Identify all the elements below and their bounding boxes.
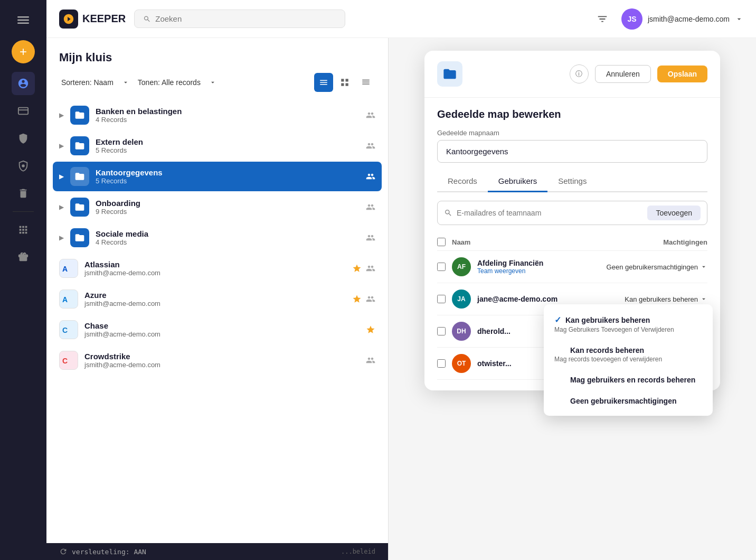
add-button[interactable]: + <box>12 40 35 63</box>
folder-icon <box>70 136 89 155</box>
dropdown-item[interactable]: Geen gebruikersmachtigingen <box>544 390 713 412</box>
svg-text:A: A <box>62 265 68 273</box>
folder-item[interactable]: ▶ Sociale media 4 Records <box>53 223 382 253</box>
dropdown-item-title: Mag gebruikers en records beheren <box>554 376 702 384</box>
record-info: Atlassian jsmith@acme-demo.com <box>84 260 346 277</box>
user-search-input[interactable] <box>457 209 643 217</box>
record-item[interactable]: C Chase jsmith@acme-demo.com <box>53 315 382 344</box>
user-email: jsmith@acme-demo.com <box>648 15 730 23</box>
record-name: Crowdstrike <box>84 352 360 361</box>
folder-item[interactable]: ▶ Onboarding 9 Records <box>53 192 382 222</box>
cancel-button[interactable]: Annuleren <box>595 65 651 83</box>
filter-button[interactable] <box>592 8 613 30</box>
view-compact-button[interactable] <box>356 73 375 92</box>
record-actions <box>352 294 375 304</box>
record-info: Chase jsmith@acme-demo.com <box>84 321 360 338</box>
sidebar-item-gift[interactable] <box>12 246 35 269</box>
sidebar-item-apps[interactable] <box>12 218 35 241</box>
sidebar-divider <box>13 211 34 212</box>
team-link[interactable]: Team weergeven <box>477 267 600 275</box>
record-item[interactable]: C Crowdstrike jsmith@acme-demo.com <box>53 346 382 375</box>
svg-rect-0 <box>17 16 29 18</box>
folder-icon <box>70 106 89 125</box>
permission-select[interactable]: Geen gebruikersmachtigingen <box>607 263 707 271</box>
chevron-down-icon <box>735 15 743 23</box>
permission-dropdown: ✓ Kan gebruikers beheren Mag Gebruikers … <box>544 304 713 416</box>
share-icon <box>366 202 375 212</box>
menu-button[interactable] <box>12 8 35 32</box>
dropdown-item-title: Geen gebruikersmachtigingen <box>554 397 702 405</box>
svg-text:C: C <box>62 357 68 365</box>
tab-records[interactable]: Records <box>437 171 488 192</box>
search-input[interactable] <box>155 14 336 23</box>
folder-item[interactable]: ▶ Extern delen 5 Records <box>53 131 382 161</box>
folder-name-input[interactable] <box>437 140 707 163</box>
content-area: Mijn kluis Sorteren: Naam Tonen: Alle re… <box>46 38 756 560</box>
table-row: AF Afdeling Financiën Team weergeven Gee… <box>437 251 707 283</box>
user-avatar: DH <box>452 322 471 341</box>
record-name: Atlassian <box>84 260 346 269</box>
sidebar-item-breachwatch[interactable] <box>12 99 35 123</box>
sidebar-item-shield[interactable] <box>12 127 35 150</box>
user-avatar: OT <box>452 354 471 373</box>
folder-item[interactable]: ▶ Banken en belastingen 4 Records <box>53 100 382 130</box>
view-list-button[interactable] <box>314 73 333 92</box>
view-grid-button[interactable] <box>335 73 354 92</box>
record-item[interactable]: A Atlassian jsmith@acme-demo.com <box>53 254 382 283</box>
status-text: versleuteling: AAN <box>72 548 146 556</box>
table-header: Naam Machtigingen <box>437 234 707 251</box>
record-actions <box>366 356 375 365</box>
user-checkbox[interactable] <box>437 295 446 303</box>
user-checkbox[interactable] <box>437 359 446 368</box>
select-all-checkbox[interactable] <box>437 238 446 246</box>
vault-controls: Sorteren: Naam Tonen: Alle records <box>59 73 375 92</box>
user-avatar: JS <box>621 8 642 30</box>
folder-name: Banken en belastingen <box>96 107 360 116</box>
expand-arrow-icon: ▶ <box>59 234 64 241</box>
dropdown-item[interactable]: Mag gebruikers en records beheren <box>544 369 713 390</box>
user-checkbox[interactable] <box>437 263 446 271</box>
policy-link[interactable]: ...beleid <box>341 548 375 555</box>
users-icon <box>366 264 375 273</box>
folder-list: ▶ Banken en belastingen 4 Records ▶ <box>46 100 388 543</box>
permission-select[interactable]: Kan gebruikers beheren <box>625 295 707 303</box>
logo-text: KEEPER <box>82 13 126 25</box>
folder-item-active[interactable]: ▶ Kantoorgegevens 5 Records <box>53 162 382 191</box>
folder-count: 9 Records <box>96 208 360 216</box>
record-item[interactable]: A Azure jsmith@acme-demo.com <box>53 284 382 314</box>
sidebar-item-trash[interactable] <box>12 182 35 205</box>
tab-gebruikers[interactable]: Gebruikers <box>488 171 547 192</box>
right-panel: ⓘ Annuleren Opslaan Gedeelde map bewerke… <box>389 38 756 560</box>
save-button[interactable]: Opslaan <box>657 66 707 82</box>
record-info: Azure jsmith@acme-demo.com <box>84 291 346 307</box>
tab-settings[interactable]: Settings <box>547 171 597 192</box>
record-icon: C <box>59 351 78 370</box>
record-info: Crowdstrike jsmith@acme-demo.com <box>84 352 360 369</box>
user-checkbox[interactable] <box>437 327 446 335</box>
user-avatar: JA <box>452 290 471 309</box>
permission-label: Kan gebruikers beheren <box>625 295 698 303</box>
user-menu[interactable]: JS jsmith@acme-demo.com <box>621 8 743 30</box>
folder-actions <box>366 202 375 212</box>
folder-info: Sociale media 4 Records <box>96 229 360 246</box>
sidebar-item-breachwatch2[interactable] <box>12 154 35 178</box>
show-button[interactable]: Tonen: Alle records <box>136 76 203 89</box>
search-bar[interactable] <box>134 10 345 28</box>
search-icon <box>444 209 452 217</box>
folder-count: 4 Records <box>96 238 360 246</box>
user-name: Afdeling Financiën <box>477 259 600 267</box>
add-user-button[interactable]: Toevoegen <box>647 206 701 220</box>
chevron-down-icon <box>700 263 707 270</box>
svg-text:C: C <box>62 326 68 334</box>
logo: KEEPER <box>59 10 126 29</box>
folder-name: Kantoorgegevens <box>96 168 360 177</box>
record-icon: A <box>59 259 78 278</box>
dropdown-item[interactable]: ✓ Kan gebruikers beheren Mag Gebruikers … <box>544 309 713 340</box>
folder-count: 5 Records <box>96 146 360 154</box>
star-icon <box>366 325 375 334</box>
sort-button[interactable]: Sorteren: Naam <box>59 76 116 89</box>
dropdown-item[interactable]: Kan records beheren Mag records toevoege… <box>544 340 713 369</box>
sidebar-item-vault[interactable] <box>12 72 35 95</box>
svg-rect-2 <box>17 23 29 24</box>
info-button[interactable]: ⓘ <box>570 64 589 83</box>
